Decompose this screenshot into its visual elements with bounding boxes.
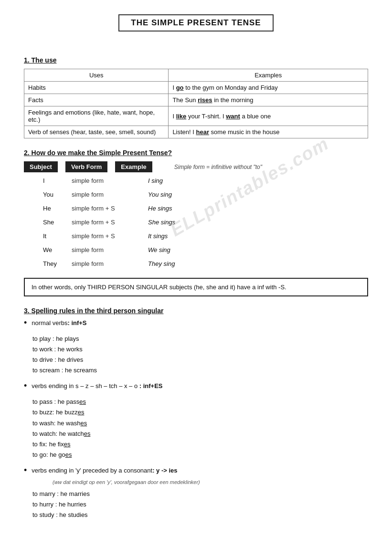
bullet-icon: • [24, 466, 27, 474]
conj-row-she: She simple form + S She sings [43, 219, 368, 226]
example-you: You sing [148, 191, 172, 198]
rule-ies: • verbs ending in 'y' preceded by a cons… [24, 467, 368, 474]
section3-title: 3. Spelling rules in the third person si… [24, 307, 368, 315]
verbform-i: simple form [72, 177, 148, 184]
examples-col-header: Examples [169, 69, 368, 82]
example-we: We sing [148, 246, 170, 253]
conjugation-rows: I simple form I sing You simple form You… [43, 177, 368, 267]
subject-you: You [43, 191, 72, 198]
header-subject: Subject [24, 161, 58, 172]
example-study: to study : he studies [32, 510, 368, 520]
example-senses: Listen! I hear some music in the house [169, 126, 368, 138]
table-row: Habits I go to the gym on Monday and Fri… [24, 82, 368, 94]
header-example: Example [115, 161, 152, 172]
bullet-icon: • [24, 318, 27, 327]
example-feelings: I like your T-shirt. I want a blue one [169, 106, 368, 126]
example-habits: I go to the gym on Monday and Friday [169, 82, 368, 94]
conj-row-i: I simple form I sing [43, 177, 368, 184]
use-facts: Facts [24, 94, 169, 106]
rule-ies-examples: to marry : he marries to hurry : he hurr… [32, 489, 368, 520]
uses-col-header: Uses [24, 69, 169, 82]
example-they: They sing [148, 260, 175, 267]
rule-es: • verbs ending in s – z – sh – tch – x –… [24, 382, 368, 390]
example-scream: to scream : he screams [32, 365, 368, 376]
conj-row-it: It simple form + S It sings [43, 232, 368, 240]
example-drive: to drive : he drives [32, 355, 368, 365]
rule-normal-examples: to play : he plays to work : he works to… [32, 334, 368, 376]
subject-they: They [43, 260, 72, 267]
section-use: 1. The use Uses Examples Habits I go to … [24, 56, 368, 138]
section-spelling: 3. Spelling rules in the third person si… [24, 307, 368, 520]
conj-row-we: We simple form We sing [43, 246, 368, 253]
example-fix: to fix: he fixes [32, 439, 368, 450]
example-it: It sings [148, 232, 168, 240]
rule-normal-bullet: • normal verbs: inf+S [24, 319, 368, 327]
verbform-it: simple form + S [72, 232, 148, 240]
example-i: I sing [148, 177, 163, 184]
example-work: to work : he works [32, 344, 368, 355]
example-facts: The Sun rises in the morning [169, 94, 368, 106]
conj-header-row: Subject Verb Form Example Simple form = … [24, 161, 368, 172]
example-play: to play : he plays [32, 334, 368, 344]
subject-she: She [43, 219, 72, 226]
verbform-we: simple form [72, 246, 148, 253]
example-wash: to wash: he washes [32, 418, 368, 429]
example-he: He sings [148, 205, 172, 212]
section2-title: 2. How do we make the Simple Present Ten… [24, 149, 368, 157]
example-she: She sings [148, 219, 175, 226]
info-box: In other words, only THIRD PERSON SINGUL… [24, 278, 368, 296]
example-pass: to pass : he passes [32, 397, 368, 407]
rule-es-text: verbs ending in s – z – sh – tch – x – o… [32, 382, 162, 390]
example-hurry: to hurry : he hurries [32, 499, 368, 510]
section-make: 2. How do we make the Simple Present Ten… [24, 149, 368, 267]
subject-it: It [43, 232, 72, 240]
rule-normal-text: normal verbs: inf+S [32, 319, 86, 326]
verbform-he: simple form + S [72, 205, 148, 212]
conj-row-they: They simple form They sing [43, 260, 368, 267]
subject-we: We [43, 246, 72, 253]
subject-he: He [43, 205, 72, 212]
section1-title: 1. The use [24, 56, 368, 64]
conj-row-he: He simple form + S He sings [43, 205, 368, 212]
use-feelings: Feelings and emotions (like, hate, want,… [24, 106, 169, 126]
example-watch: to watch: he watches [32, 429, 368, 439]
example-go: to go: he goes [32, 450, 368, 460]
rule-ies-subnote: (ww dat eindigt op een 'y', voorafgegaan… [53, 479, 368, 485]
example-marry: to marry : he marries [32, 489, 368, 499]
page-title: THE SIMPLE PRESENT TENSE [131, 18, 261, 28]
subject-i: I [43, 177, 72, 184]
page-title-box: THE SIMPLE PRESENT TENSE [118, 14, 273, 32]
table-row: Feelings and emotions (like, hate, want,… [24, 106, 368, 126]
use-senses: Verb of senses (hear, taste, see, smell,… [24, 126, 169, 138]
header-verbform: Verb Form [65, 161, 107, 172]
verbform-they: simple form [72, 260, 148, 267]
rule-ies-bullet: • verbs ending in 'y' preceded by a cons… [24, 467, 368, 474]
verbform-you: simple form [72, 191, 148, 198]
table-row: Facts The Sun rises in the morning [24, 94, 368, 106]
uses-table: Uses Examples Habits I go to the gym on … [24, 69, 368, 138]
rule-es-examples: to pass : he passes to buzz: he buzzes t… [32, 397, 368, 460]
rule-es-bullet: • verbs ending in s – z – sh – tch – x –… [24, 382, 368, 390]
conjugation-section: Subject Verb Form Example Simple form = … [24, 161, 368, 267]
example-buzz: to buzz: he buzzes [32, 407, 368, 418]
conj-note: Simple form = infinitive without "to" [174, 164, 262, 170]
verbform-she: simple form + S [72, 219, 148, 226]
rule-ies-text: verbs ending in 'y' preceded by a conson… [32, 467, 177, 474]
table-row: Verb of senses (hear, taste, see, smell,… [24, 126, 368, 138]
use-habits: Habits [24, 82, 169, 94]
rule-normal: • normal verbs: inf+S [24, 319, 368, 327]
bullet-icon: • [24, 381, 27, 390]
conj-row-you: You simple form You sing [43, 191, 368, 198]
